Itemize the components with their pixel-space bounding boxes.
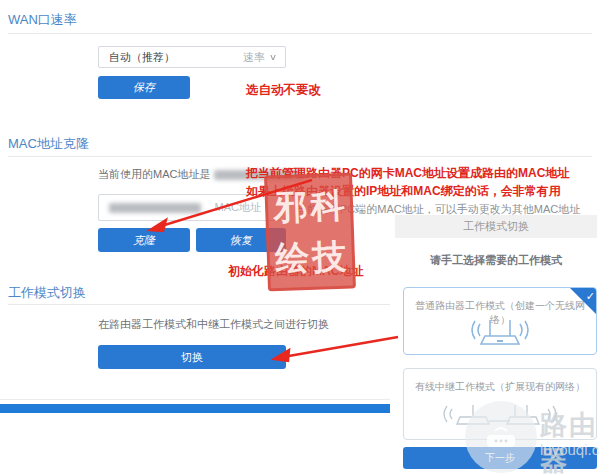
clone-button[interactable]: 克隆 [98, 228, 190, 252]
annotation-restore-note: 初始化路由器的MAC地址 [228, 263, 363, 280]
divider [8, 304, 390, 305]
router-admin-page: WAN口速率 自动（推荐） 速率 ∨ 保存 选自动不要改 MAC地址克隆 当前使… [0, 0, 600, 475]
switch-mode-button[interactable]: 切换 [98, 345, 286, 369]
mode-card-wired-relay[interactable]: 有线中继工作模式（扩展现有的网络） [403, 368, 597, 440]
restore-button[interactable]: 恢复 [196, 228, 286, 252]
current-mac-label: 当前使用的MAC地址是 [98, 168, 210, 180]
divider [0, 399, 390, 400]
wan-speed-select[interactable]: 自动（推荐） 速率 ∨ [98, 46, 286, 68]
save-button[interactable]: 保存 [98, 76, 190, 99]
mode-panel-header: 工作模式切换 [395, 215, 597, 238]
selected-corner-badge: ✓ [570, 288, 596, 314]
wan-speed-unit-label: 速率 [243, 50, 269, 65]
mode-panel-prompt: 请手工选择需要的工作模式 [395, 253, 597, 268]
wired-relay-icon [404, 403, 596, 435]
annotation-mac-tip-1: 把当前管理路由器PC的网卡MAC地址设置成路由的MAC地址 [246, 165, 569, 182]
section-title-mac-clone: MAC地址克隆 [8, 135, 89, 153]
annotation-wan-note: 选自动不要改 [246, 82, 321, 99]
checkmark-icon: ✓ [586, 290, 595, 303]
section-title-work-mode: 工作模式切换 [8, 284, 86, 302]
blurred-mac-input-value [109, 203, 201, 213]
chevron-down-icon: ∨ [269, 52, 285, 62]
section-title-wan-speed: WAN口速率 [8, 11, 77, 29]
divider [8, 156, 592, 157]
mode-card-router[interactable]: 普通路由器工作模式（创建一个无线网络） ✓ [403, 287, 597, 355]
annotation-mac-tip-2: 如果上级路由器设置的IP地址和MAC绑定的话，会非常有用 [246, 183, 561, 200]
mac-input-placeholder: MAC地址 [215, 200, 285, 215]
arrow-to-switch-button [283, 337, 398, 357]
mode-card-wired-relay-label: 有线中继工作模式（扩展现有的网络） [404, 380, 596, 394]
work-mode-desc: 在路由器工作模式和中继工作模式之间进行切换 [98, 317, 329, 332]
next-step-button[interactable]: 下一步 [403, 447, 597, 469]
wan-speed-selected-value: 自动（推荐） [99, 50, 243, 65]
bottom-blue-bar [0, 404, 390, 413]
wireless-router-icon [404, 316, 596, 350]
divider [8, 33, 592, 34]
